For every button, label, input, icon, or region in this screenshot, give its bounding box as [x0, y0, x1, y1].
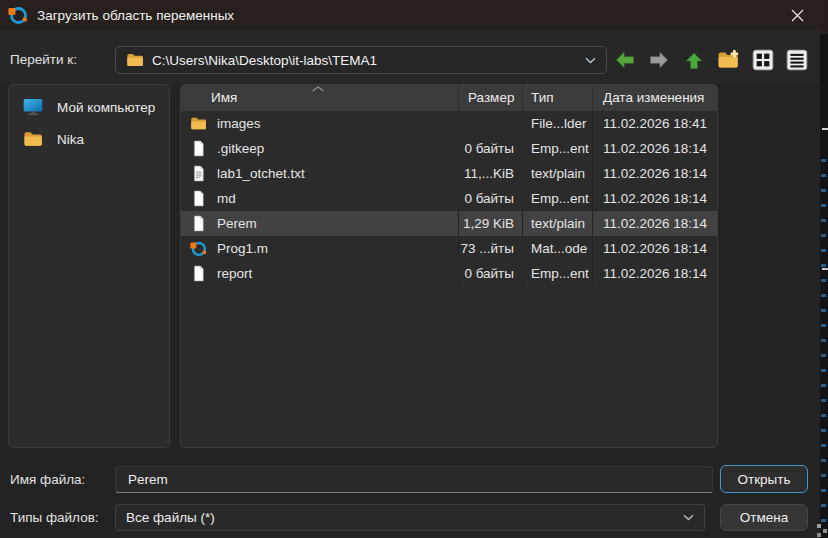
chevron-down-icon: [585, 57, 596, 64]
table-row[interactable]: images File...lder 11.02.2026 18:41: [181, 111, 717, 136]
title-bar: Загрузить область переменных: [0, 0, 820, 30]
scilab-icon: [190, 240, 207, 257]
file-type: text/plain: [522, 161, 592, 186]
file-name: lab1_otchet.txt: [217, 161, 305, 186]
file-type: text/plain: [522, 211, 592, 236]
file-date: 11.02.2026 18:14: [592, 261, 717, 286]
file-icon: [190, 140, 207, 157]
folder-icon: [190, 115, 207, 132]
sidebar-item[interactable]: Nika: [9, 123, 169, 155]
details-view-icon: [786, 49, 808, 71]
grid-view-icon: [752, 49, 774, 71]
table-row[interactable]: Perem 1,29 KiB text/plain 11.02.2026 18:…: [181, 211, 717, 236]
file-name: report: [217, 261, 252, 286]
up-arrow-icon: [683, 49, 705, 71]
file-type: Emp...ent: [522, 261, 592, 286]
new-folder-icon: [717, 49, 739, 71]
filename-label: Имя файла:: [10, 466, 85, 493]
folder-icon: [21, 129, 45, 149]
filetype-dropdown[interactable]: Все файлы (*): [115, 504, 705, 531]
open-button[interactable]: Открыть: [720, 465, 808, 493]
file-size: 73 ...йты: [458, 236, 522, 261]
file-table-body: images File...lder 11.02.2026 18:41 .git…: [181, 111, 717, 286]
sort-up-icon: [311, 86, 325, 92]
file-size: 0 байты: [458, 186, 522, 211]
close-icon: [791, 9, 804, 22]
column-header-date[interactable]: Дата изменения: [592, 85, 717, 111]
cancel-button[interactable]: Отмена: [720, 504, 808, 531]
table-header: Имя Размер Тип Дата изменения: [181, 85, 717, 111]
computer-icon: [21, 97, 45, 117]
file-name: images: [217, 111, 261, 136]
file-list-panel: Имя Размер Тип Дата изменения images Fil…: [180, 84, 718, 448]
file-size: [458, 111, 522, 136]
file-date: 11.02.2026 18:14: [592, 211, 717, 236]
file-type: Emp...ent: [522, 186, 592, 211]
path-value: C:\Users\Nika\Desktop\it-labs\ТЕМА1: [152, 53, 577, 68]
file-type: Mat...ode: [522, 236, 592, 261]
file-date: 11.02.2026 18:14: [592, 186, 717, 211]
table-row[interactable]: md 0 байты Emp...ent 11.02.2026 18:14: [181, 186, 717, 211]
grid-view-button[interactable]: [750, 46, 776, 74]
forward-button[interactable]: [646, 46, 672, 74]
back-arrow-icon: [614, 49, 636, 71]
table-row[interactable]: .gitkeep 0 байты Emp...ent 11.02.2026 18…: [181, 136, 717, 161]
file-icon: [190, 190, 207, 207]
file-date: 11.02.2026 18:14: [592, 161, 717, 186]
places-panel: Мой компьютер Nika: [8, 84, 170, 448]
file-size: 11,...KiB: [458, 161, 522, 186]
sidebar-item[interactable]: Мой компьютер: [9, 91, 169, 123]
file-name: Prog1.m: [217, 236, 268, 261]
close-button[interactable]: [774, 0, 820, 30]
window-title: Загрузить область переменных: [37, 8, 234, 23]
folder-icon: [126, 51, 144, 69]
table-row[interactable]: lab1_otchet.txt 11,...KiB text/plain 11.…: [181, 161, 717, 186]
file-icon: [190, 215, 207, 232]
file-date: 11.02.2026 18:14: [592, 136, 717, 161]
column-header-type[interactable]: Тип: [522, 85, 592, 111]
background-corner-glyph: [817, 524, 821, 528]
details-view-button[interactable]: [784, 46, 810, 74]
nav-buttons: [612, 46, 810, 74]
file-type: File...lder: [522, 111, 592, 136]
file-name: md: [217, 186, 236, 211]
file-date: 11.02.2026 18:41: [592, 111, 717, 136]
go-to-label: Перейти к:: [10, 46, 77, 74]
file-type: Emp...ent: [522, 136, 592, 161]
filename-input[interactable]: [115, 466, 713, 493]
new-folder-button[interactable]: [715, 46, 741, 74]
file-name: Perem: [217, 211, 257, 236]
table-row[interactable]: report 0 байты Emp...ent 11.02.2026 18:1…: [181, 261, 717, 286]
file-icon: [190, 265, 207, 282]
file-size: 0 байты: [458, 261, 522, 286]
text-file-icon: [190, 165, 207, 182]
screen: Загрузить область переменных Перейти к: …: [0, 0, 828, 538]
file-name: .gitkeep: [217, 136, 264, 161]
file-date: 11.02.2026 18:14: [592, 236, 717, 261]
scilab-logo-icon: [8, 5, 28, 25]
forward-arrow-icon: [648, 49, 670, 71]
up-button[interactable]: [681, 46, 707, 74]
load-variables-dialog: Загрузить область переменных Перейти к: …: [0, 0, 820, 538]
column-header-size[interactable]: Размер: [458, 85, 522, 111]
chevron-down-icon: [683, 514, 694, 521]
file-size: 1,29 KiB: [458, 211, 522, 236]
filetype-label: Типы файлов:: [10, 504, 99, 531]
table-row[interactable]: Prog1.m 73 ...йты Mat...ode 11.02.2026 1…: [181, 236, 717, 261]
background-window-sliver: [820, 0, 828, 538]
file-size: 0 байты: [458, 136, 522, 161]
back-button[interactable]: [612, 46, 638, 74]
filetype-value: Все файлы (*): [126, 510, 683, 525]
path-combobox[interactable]: C:\Users\Nika\Desktop\it-labs\ТЕМА1: [115, 46, 607, 74]
